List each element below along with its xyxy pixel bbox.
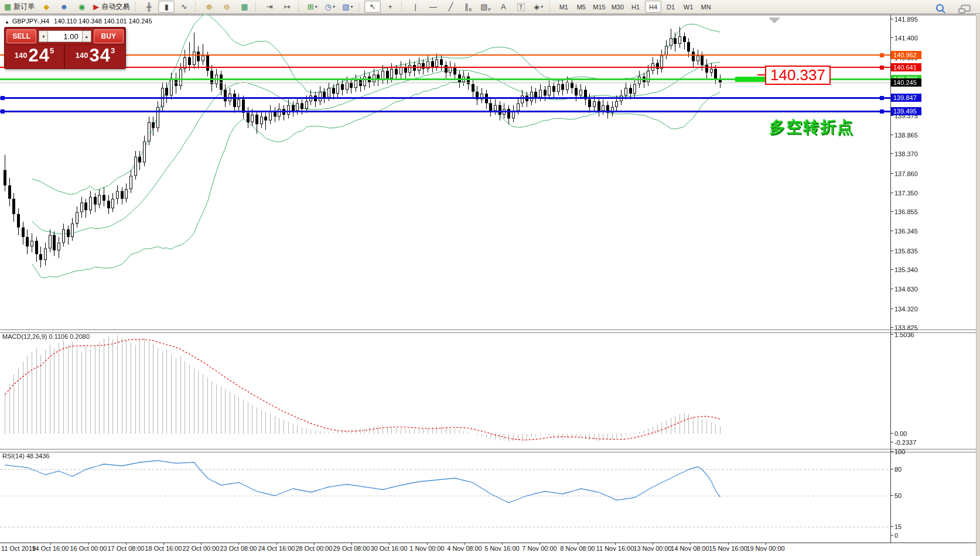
time-tick-label: 30 Oct 16:00 xyxy=(371,545,408,552)
bar-chart-button[interactable]: ╫ xyxy=(141,1,157,13)
time-tick-label: 15 Nov 16:00 xyxy=(709,545,747,552)
new-order-button[interactable]: ▦新订单 xyxy=(2,1,37,13)
auto-scroll-button[interactable]: ⇥ xyxy=(261,1,278,13)
time-tick-label: 11 Nov 16:00 xyxy=(596,545,634,552)
fibonacci-icon: ▤ xyxy=(480,2,487,11)
text-button[interactable]: A xyxy=(495,1,511,13)
timeframe-mn-button[interactable]: MN xyxy=(698,1,714,13)
chart-shift-icon: ↦ xyxy=(284,2,291,11)
zoom-out-button[interactable]: ⊖ xyxy=(218,1,235,13)
time-tick-mark xyxy=(615,543,616,545)
autotrading-button[interactable]: ▶自动交易 xyxy=(91,1,132,13)
search-icon xyxy=(936,4,944,12)
price-tick: 138.865 xyxy=(894,132,918,139)
rsi-canvas[interactable] xyxy=(0,451,890,543)
new-order-button-label: 新订单 xyxy=(13,2,35,12)
buy-button[interactable]: BUY xyxy=(94,29,124,43)
time-tick-mark xyxy=(766,543,766,545)
timeframe-w1-button[interactable]: W1 xyxy=(680,1,696,13)
timeframe-m1-button[interactable]: M1 xyxy=(555,1,572,13)
sell-price-pips: 24 xyxy=(28,45,49,66)
timeframe-h1-button[interactable]: H1 xyxy=(627,1,644,13)
volume-input[interactable]: 1.00 xyxy=(48,30,81,42)
timeframe-m30-button[interactable]: M30 xyxy=(609,1,626,13)
time-tick-label: 29 Oct 08:00 xyxy=(333,545,370,552)
time-tick-mark xyxy=(276,543,277,545)
rsi-label: RSI(14) 48.3436 xyxy=(2,452,50,459)
volume-increase-button[interactable]: ▲ xyxy=(82,30,91,42)
crosshair-button[interactable]: + xyxy=(382,1,398,13)
price-chart-canvas[interactable] xyxy=(0,15,890,330)
navigator-button[interactable]: ◉ xyxy=(73,1,90,13)
zoom-in-button[interactable]: ⊕ xyxy=(201,1,217,13)
time-tick-label: 8 Nov 08:00 xyxy=(560,545,595,552)
time-tick-mark xyxy=(126,543,127,545)
price-tick: 135.340 xyxy=(894,266,918,273)
arrows-button[interactable]: ◈▾ xyxy=(530,1,547,13)
rsi-axis-label: 0 xyxy=(894,532,898,539)
chart-window-button[interactable]: ◆ xyxy=(38,1,54,13)
time-axis-line xyxy=(0,543,980,543)
time-tick-label: 28 Oct 00:00 xyxy=(296,545,333,552)
autotrading-icon: ▶ xyxy=(93,2,99,11)
chart-window-icon: ◆ xyxy=(43,2,49,11)
toolbar-separator xyxy=(549,2,552,12)
profile-button[interactable]: ☻ xyxy=(56,1,72,13)
price-tick: 137.350 xyxy=(894,190,918,197)
time-tick-mark xyxy=(578,543,578,545)
time-tick-mark xyxy=(502,543,503,545)
vertical-line-button[interactable]: | xyxy=(407,1,424,13)
toolbar-separator xyxy=(298,2,301,12)
chart-shift-button[interactable]: ↦ xyxy=(279,1,295,13)
tile-windows-icon: ▦ xyxy=(241,2,248,11)
periods-button[interactable]: ◷▾ xyxy=(322,1,338,13)
label-button[interactable]: T xyxy=(513,1,529,13)
time-tick-mark xyxy=(314,543,315,545)
candlestick-chart-button[interactable]: ▮ xyxy=(158,1,175,13)
channel-icon: ∥ xyxy=(465,2,469,11)
price-tick: 137.860 xyxy=(894,170,918,177)
chart-note-text[interactable]: 多空转折点 xyxy=(769,116,854,138)
sell-price-big-figure: 140 xyxy=(15,51,28,60)
timeframe-h4-button[interactable]: H4 xyxy=(645,1,661,13)
channel-button[interactable]: ∥E xyxy=(460,1,476,13)
one-click-trading-panel: SELL ▼ 1.00 ▲ BUY 140245 140343 xyxy=(4,27,126,69)
price-tick: 136.345 xyxy=(894,228,918,235)
timeframe-m15-button[interactable]: M15 xyxy=(590,1,607,13)
cursor-button[interactable]: ↖ xyxy=(364,1,381,13)
periods-icon: ◷ xyxy=(325,2,332,11)
macd-panel-divider[interactable] xyxy=(0,330,980,333)
time-tick-mark xyxy=(690,543,691,545)
fibonacci-button[interactable]: ▤F xyxy=(477,1,494,13)
horizontal-line-button[interactable]: — xyxy=(425,1,441,13)
time-tick-label: 4 Nov 08:00 xyxy=(447,545,482,552)
chart-shift-marker-icon[interactable] xyxy=(769,18,780,23)
timeframe-m5-button[interactable]: M5 xyxy=(573,1,589,13)
templates-icon: ▧ xyxy=(342,2,349,11)
sell-price[interactable]: 140245 xyxy=(5,45,65,68)
rsi-panel-divider[interactable] xyxy=(0,449,980,452)
volume-decrease-button[interactable]: ▼ xyxy=(39,30,48,42)
collapse-panel-icon[interactable]: ▲ xyxy=(5,19,9,25)
price-tick: 141.400 xyxy=(894,35,918,42)
time-tick-label: 24 Oct 16:00 xyxy=(258,545,295,552)
search-button[interactable] xyxy=(931,2,948,14)
timeframe-d1-button[interactable]: D1 xyxy=(663,1,679,13)
indicators-button[interactable]: ⊞▾ xyxy=(304,1,320,13)
chat-button[interactable] xyxy=(957,2,974,14)
time-tick-label: 16 Oct 00:00 xyxy=(70,545,107,552)
macd-canvas[interactable] xyxy=(0,332,890,449)
trendline-button[interactable]: ╱ xyxy=(442,1,459,13)
window-edge xyxy=(976,15,980,556)
cursor-icon: ↖ xyxy=(370,2,376,11)
rsi-axis-label: 100 xyxy=(894,448,905,455)
line-chart-button[interactable]: ∿ xyxy=(176,1,192,13)
templates-button[interactable]: ▧▾ xyxy=(339,1,356,13)
rsi-axis-label: 80 xyxy=(894,466,902,473)
sell-button[interactable]: SELL xyxy=(6,29,36,43)
buy-price[interactable]: 140343 xyxy=(65,45,125,68)
tile-windows-button[interactable]: ▦ xyxy=(236,1,252,13)
trendline-icon: ╱ xyxy=(448,2,453,11)
auto-scroll-icon: ⇥ xyxy=(267,2,273,11)
price-callout[interactable]: 140.337 xyxy=(765,66,831,85)
